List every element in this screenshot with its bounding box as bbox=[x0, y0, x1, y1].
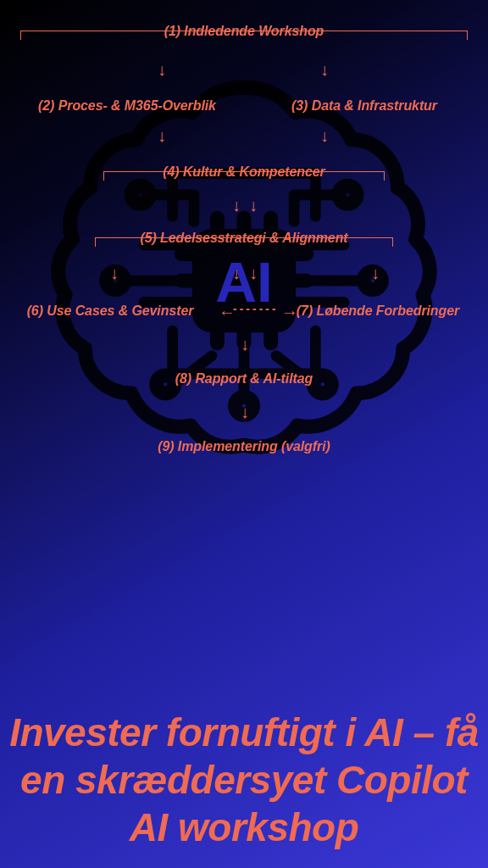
bracket-1 bbox=[20, 31, 468, 40]
arrow-down: ↓ bbox=[249, 264, 258, 281]
bracket-5 bbox=[95, 237, 393, 247]
arrow-down: ↓ bbox=[110, 264, 119, 281]
arrow-down: ↓ bbox=[320, 127, 329, 144]
dash-connector: ------- bbox=[233, 302, 279, 315]
headline: Invester fornuftigt i AI – få en skrædde… bbox=[0, 709, 488, 851]
bracket-4 bbox=[103, 171, 385, 181]
step-8: (8) Rapport & AI-tiltag bbox=[175, 371, 313, 387]
step-3: (3) Data & Infrastruktur bbox=[291, 98, 437, 114]
arrow-down: ↓ bbox=[241, 403, 249, 420]
arrow-down: ↓ bbox=[232, 264, 241, 281]
process-diagram: (1) Indledende Workshop ↓ ↓ (2) Proces- … bbox=[0, 0, 488, 542]
arrow-down: ↓ bbox=[241, 336, 249, 353]
arrow-down: ↓ bbox=[158, 61, 166, 78]
arrow-down: ↓ bbox=[232, 197, 241, 214]
arrow-down: ↓ bbox=[320, 61, 329, 78]
step-2: (2) Proces- & M365-Overblik bbox=[38, 98, 216, 114]
step-6: (6) Use Cases & Gevinster bbox=[27, 303, 194, 319]
arrow-down: ↓ bbox=[371, 264, 380, 281]
step-9: (9) Implementering (valgfri) bbox=[158, 439, 330, 454]
arrow-right: → bbox=[281, 303, 298, 320]
arrow-down: ↓ bbox=[158, 127, 166, 144]
step-7: (7) Løbende Forbedringer bbox=[297, 303, 459, 319]
arrow-down: ↓ bbox=[249, 197, 258, 214]
